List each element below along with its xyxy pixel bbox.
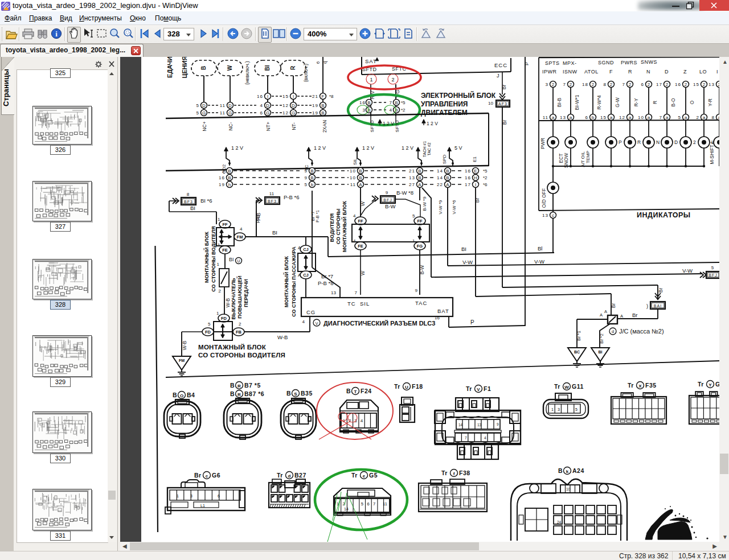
svg-text:ВЫКЛЮЧАТЕЛЬ: ВЫКЛЮЧАТЕЛЬ xyxy=(231,278,236,319)
svg-text:МОНТАЖНЫЙ БЛОК: МОНТАЖНЫЙ БЛОК xyxy=(341,201,347,252)
svg-text:MPX-: MPX- xyxy=(563,60,577,66)
svg-text:TEMP: TEMP xyxy=(585,151,591,163)
svg-text:*8: *8 xyxy=(329,94,334,99)
svg-text:E: E xyxy=(474,168,477,174)
svg-text:*2: *2 xyxy=(483,175,488,180)
svg-text:15: 15 xyxy=(693,82,699,87)
svg-text:18: 18 xyxy=(582,82,588,87)
svg-text:IPWR: IPWR xyxy=(542,69,557,75)
svg-text:O: O xyxy=(180,393,183,398)
svg-text:Br: Br xyxy=(611,303,616,308)
svg-text:16: 16 xyxy=(219,175,225,180)
svg-text:13: 13 xyxy=(409,175,415,180)
svg-text:10: 10 xyxy=(350,175,356,180)
svg-text:V-W: V-W xyxy=(682,267,693,274)
svg-text:BF3: BF3 xyxy=(268,199,277,203)
svg-text:10: 10 xyxy=(488,101,493,106)
svg-text:5: 5 xyxy=(208,322,211,327)
svg-text:МОНТАЖНЫЙ БЛОК: МОНТАЖНЫЙ БЛОК xyxy=(203,232,210,283)
svg-text:7: 7 xyxy=(660,115,662,120)
svg-text:LO: LO xyxy=(699,69,707,75)
svg-text:CG: CG xyxy=(306,309,316,315)
svg-text:U: U xyxy=(405,385,408,390)
svg-text:FF: FF xyxy=(358,219,363,224)
svg-text:BI: BI xyxy=(599,350,603,354)
svg-text:13: 13 xyxy=(560,115,566,120)
svg-text:16: 16 xyxy=(465,168,471,174)
svg-text:B27: B27 xyxy=(294,472,306,479)
svg-text:3: 3 xyxy=(546,82,548,87)
svg-text:Br: Br xyxy=(474,198,480,203)
svg-text:14: 14 xyxy=(437,168,443,174)
svg-text:5 V: 5 V xyxy=(454,145,462,151)
svg-text:D: D xyxy=(674,139,678,145)
svg-text:МОНТАЖНЫЙ БЛОК: МОНТАЖНЫЙ БЛОК xyxy=(198,344,267,351)
svg-text:G: G xyxy=(715,381,719,388)
svg-text:4: 4 xyxy=(353,238,356,244)
svg-text:BFJ: BFJ xyxy=(383,198,392,202)
svg-text:R: R xyxy=(237,392,241,397)
svg-text:BI-B: BI-B xyxy=(556,97,562,107)
svg-text:FB: FB xyxy=(236,330,242,335)
svg-text:D: D xyxy=(665,69,669,75)
svg-text:BI: BI xyxy=(190,205,195,211)
svg-text:D: D xyxy=(266,103,269,108)
svg-text:10: 10 xyxy=(638,115,644,120)
svg-text:P: P xyxy=(470,319,474,326)
svg-text:N: N xyxy=(646,69,650,75)
svg-text:A: A xyxy=(600,312,603,318)
svg-text:13: 13 xyxy=(708,82,715,87)
svg-text:V-W *9: V-W *9 xyxy=(438,200,443,214)
svg-text:CJ: CJ xyxy=(303,273,309,278)
svg-text:ПОВЫШАЮЩЕЙ: ПОВЫШАЮЩЕЙ xyxy=(236,275,243,318)
svg-text:f: f xyxy=(453,471,455,476)
svg-text:B: B xyxy=(321,110,324,116)
svg-text:T: T xyxy=(354,389,357,394)
svg-text:G: G xyxy=(228,110,232,116)
svg-text:SAT: SAT xyxy=(365,58,377,64)
svg-text:17: 17 xyxy=(656,82,662,87)
svg-text:G6: G6 xyxy=(212,472,220,479)
svg-text:11: 11 xyxy=(383,501,387,507)
svg-text:b: b xyxy=(311,182,314,187)
svg-text:12: 12 xyxy=(619,115,625,120)
svg-text:W-B: W-B xyxy=(182,340,187,350)
svg-text:BFJ: BFJ xyxy=(708,273,717,277)
svg-text:ДВИГАТЕЛЕМ: ДВИГАТЕЛЕМ xyxy=(421,109,468,117)
svg-text:16: 16 xyxy=(465,175,471,180)
svg-text:BC: BC xyxy=(574,350,580,354)
svg-text:15: 15 xyxy=(600,115,607,120)
svg-text:11: 11 xyxy=(350,182,356,187)
svg-text:R: R xyxy=(637,139,641,145)
svg-text:МОНТАЖНЫЙ БЛОК: МОНТАЖНЫЙ БЛОК xyxy=(283,256,289,307)
svg-text:3: 3 xyxy=(363,108,366,113)
svg-text:9: 9 xyxy=(415,288,418,293)
svg-text:B-O: B-O xyxy=(670,98,676,107)
svg-text:8: 8 xyxy=(712,115,715,120)
svg-text:R: R xyxy=(652,101,658,104)
svg-text:4: 4 xyxy=(302,319,305,324)
svg-text:22: 22 xyxy=(437,182,443,187)
svg-text:15: 15 xyxy=(282,94,289,99)
svg-text:7: 7 xyxy=(390,100,392,105)
svg-text:21: 21 xyxy=(409,168,415,174)
svg-text:*5: *5 xyxy=(401,100,406,105)
svg-text:6: 6 xyxy=(218,494,220,498)
svg-text:V: V xyxy=(477,387,480,392)
svg-text:7: 7 xyxy=(465,436,467,440)
svg-text:Br: Br xyxy=(194,472,202,479)
svg-text:1 2 V: 1 2 V xyxy=(314,145,326,151)
svg-text:i: i xyxy=(55,30,58,38)
svg-text:11: 11 xyxy=(220,110,226,116)
svg-text:D: D xyxy=(228,103,232,108)
svg-text:A: A xyxy=(298,273,301,278)
svg-text:2: 2 xyxy=(693,139,696,145)
svg-text:TAC: TAC xyxy=(415,300,427,306)
svg-text:СО СТОРОНЫ ПАССАЖИРА: СО СТОРОНЫ ПАССАЖИРА xyxy=(291,246,297,317)
svg-text:FM: FM xyxy=(179,359,185,363)
svg-text:9: 9 xyxy=(497,422,499,426)
svg-text:Z: Z xyxy=(683,69,687,75)
svg-text:F35: F35 xyxy=(645,382,657,389)
svg-text:h: h xyxy=(228,182,231,187)
svg-text:УПРАВЛЕНИЯ: УПРАВЛЕНИЯ xyxy=(421,100,468,108)
